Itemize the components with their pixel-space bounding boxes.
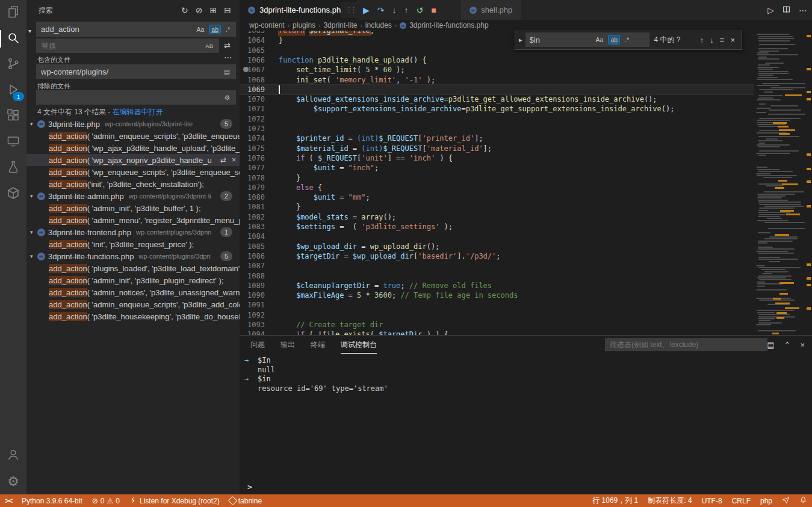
toggle-replace-chevron[interactable]: ▾ xyxy=(28,28,31,34)
search-match-row[interactable]: add_action( 'p3dlite_housekeeping', 'p3d… xyxy=(26,310,240,322)
line-number[interactable]: 1093 xyxy=(240,320,265,330)
dismiss-icon[interactable]: × xyxy=(232,156,236,164)
step-into-icon[interactable]: ↓ xyxy=(392,5,397,15)
search-match-row[interactable]: add_action( 'admin_enqueue_scripts', 'p3… xyxy=(26,130,240,142)
code-line[interactable]: 1086 $targetDir = $wp_upload_dir['basedi… xyxy=(240,251,754,261)
more-actions-button[interactable]: ⋯ xyxy=(799,5,807,15)
line-number[interactable]: 1078 xyxy=(240,173,265,183)
search-match-row[interactable]: add_action('init', 'p3dlite_check_instal… xyxy=(26,178,240,190)
code-line[interactable]: 1073 xyxy=(240,124,754,134)
find-whole-word-icon[interactable]: ab xyxy=(608,35,620,45)
search-match-row[interactable]: add_action( 'admin_enqueue_scripts', 'p3… xyxy=(26,298,240,310)
line-number[interactable]: 1091 xyxy=(240,300,265,310)
problems-status[interactable]: ⊘0 ⚠0 xyxy=(87,494,125,507)
line-number[interactable]: 1081 xyxy=(240,202,265,212)
code-line[interactable]: 1093 // Create target dir xyxy=(240,320,754,330)
line-number[interactable]: 1084 xyxy=(240,232,265,241)
line-number[interactable]: 1063 xyxy=(240,31,265,35)
line-number[interactable]: 1074 xyxy=(240,134,265,143)
console-filter-input[interactable] xyxy=(609,340,764,349)
notifications-status[interactable] xyxy=(795,494,812,507)
line-number[interactable]: 1072 xyxy=(240,114,265,124)
code-line[interactable]: 1082 $model_stats = array(); xyxy=(240,212,754,222)
console-prompt-chevron[interactable]: > xyxy=(247,482,252,491)
code-line[interactable]: 1089 $cleanupTargetDir = true; // Remove… xyxy=(240,281,754,290)
maximize-panel-icon[interactable]: ⌃ xyxy=(784,340,791,349)
code-line[interactable]: 1068 ini_set( 'memory_limit', '-1' ); xyxy=(240,75,754,85)
panel-tab-输出[interactable]: 输出 xyxy=(280,336,295,354)
panel-tab-问题[interactable]: 问题 xyxy=(250,336,265,354)
exclude-settings-icon[interactable]: ⚙ xyxy=(222,93,232,102)
line-number[interactable]: 1089 xyxy=(240,281,265,290)
code-line[interactable]: 1075 $material_id = (int)$_REQUEST['mate… xyxy=(240,144,754,153)
search-result-file-row[interactable]: ▾3dprint-lite-functions.phpwp-content/pl… xyxy=(26,250,240,262)
line-number[interactable]: 1069 xyxy=(240,85,265,94)
search-match-row[interactable]: add_action( 'wp_ajax_nopriv_p3dlite_hand… xyxy=(26,154,240,166)
refresh-icon[interactable]: ↻ xyxy=(181,5,188,15)
line-number[interactable]: 1083 xyxy=(240,222,265,232)
line-number[interactable]: 1090 xyxy=(240,290,265,300)
minimap[interactable] xyxy=(754,31,805,335)
replace-all-icon[interactable]: ⇄ xyxy=(224,41,231,50)
breadcrumb-item[interactable]: 3dprint-lite-functions.php xyxy=(409,21,488,29)
find-input[interactable] xyxy=(528,35,594,45)
code-line[interactable]: 1084 xyxy=(240,232,754,241)
regex-icon[interactable]: .* xyxy=(223,25,232,34)
match-case-icon[interactable]: Aa xyxy=(194,25,206,34)
line-number[interactable]: 1080 xyxy=(240,192,265,202)
code-line[interactable]: 1090 $maxFileAge = 5 * 3600; // Temp fil… xyxy=(240,290,754,300)
panel-layout-icon[interactable]: ▤ xyxy=(767,340,774,349)
encoding-status[interactable]: UTF-8 xyxy=(697,494,727,507)
previous-match-icon[interactable]: ↑ xyxy=(700,35,704,45)
code-line[interactable]: 1088 xyxy=(240,271,754,281)
find-in-selection-icon[interactable]: ≡ xyxy=(720,35,725,45)
search-match-row[interactable]: add_action( 'wp_ajax_p3dlite_handle_uplo… xyxy=(26,142,240,154)
run-or-debug-button[interactable]: ▷ xyxy=(767,5,774,15)
search-result-file-row[interactable]: ▾3dprint-lite-admin.phpwp-content/plugin… xyxy=(26,190,240,202)
code-line[interactable]: 1085 $wp_upload_dir = wp_upload_dir(); xyxy=(240,242,754,251)
line-number[interactable]: 1079 xyxy=(240,183,265,192)
replace-input[interactable] xyxy=(40,41,203,51)
code-line[interactable]: 1080 $unit = "mm"; xyxy=(240,192,754,202)
replace-icon[interactable]: ⇄ xyxy=(220,156,226,164)
panel-tab-调试控制台[interactable]: 调试控制台 xyxy=(341,336,377,354)
code-line[interactable]: 1074 $printer_id = (int)$_REQUEST['print… xyxy=(240,134,754,143)
find-regex-icon[interactable]: .* xyxy=(622,35,631,45)
code-line[interactable]: 1067 set_time_limit( 5 * 60 ); xyxy=(240,65,754,75)
toggle-replace-find-chevron[interactable]: ▸ xyxy=(519,36,522,44)
close-panel-icon[interactable]: × xyxy=(800,340,805,349)
indentation-status[interactable]: 制表符长度: 4 xyxy=(643,494,696,507)
editor-tab[interactable]: 3dprint-lite-functions.ph… xyxy=(240,0,358,20)
line-number[interactable]: 1094 xyxy=(240,330,265,335)
drag-handle-icon[interactable]: ⋮⋮ xyxy=(346,6,355,14)
line-number[interactable]: 1092 xyxy=(240,310,265,320)
search-result-file-row[interactable]: ▾3dprint-lite.phpwp-content/plugins/3dpr… xyxy=(26,118,240,130)
restart-icon[interactable]: ↺ xyxy=(417,5,424,15)
code-line[interactable]: 1079 else { xyxy=(240,183,754,192)
step-over-icon[interactable]: ↷ xyxy=(377,5,385,15)
breadcrumb-item[interactable]: includes xyxy=(365,21,392,29)
activitybar-search[interactable] xyxy=(0,26,26,52)
clear-search-results-icon[interactable]: ⊘ xyxy=(196,5,203,15)
line-number[interactable]: 1064 xyxy=(240,35,265,45)
feedback-status[interactable] xyxy=(777,494,795,507)
remote-indicator[interactable]: >< xyxy=(0,494,17,507)
breadcrumb-item[interactable]: 3dprint-lite xyxy=(323,21,357,29)
breadcrumb-item[interactable]: wp-content xyxy=(249,21,285,29)
line-number[interactable]: 1075 xyxy=(240,144,265,153)
search-match-row[interactable]: add_action( 'plugins_loaded', 'p3dlite_l… xyxy=(26,262,240,274)
preserve-case-icon[interactable]: AB xyxy=(203,41,215,51)
search-match-row[interactable]: add_action( 'init', 'p3dlite_request_pri… xyxy=(26,238,240,250)
line-number[interactable]: 1071 xyxy=(240,104,265,114)
panel-tab-终端[interactable]: 终端 xyxy=(311,336,325,354)
python-version-status[interactable]: Python 3.9.6 64-bit xyxy=(17,494,87,507)
files-to-include-input[interactable] xyxy=(40,67,222,77)
line-number[interactable]: 1087 xyxy=(240,261,265,271)
code-editor[interactable]: 1063return $original_file;1064}10651066f… xyxy=(240,31,754,335)
code-line[interactable]: 1087 xyxy=(240,261,754,271)
split-editor-button[interactable] xyxy=(783,5,790,15)
code-line[interactable]: 1083 $settings = ( 'p3dlite_settings' ); xyxy=(240,222,754,232)
line-number[interactable]: 1086 xyxy=(240,251,265,261)
continue-icon[interactable]: ▶ xyxy=(363,5,370,15)
activitybar-accounts[interactable] xyxy=(0,443,26,469)
